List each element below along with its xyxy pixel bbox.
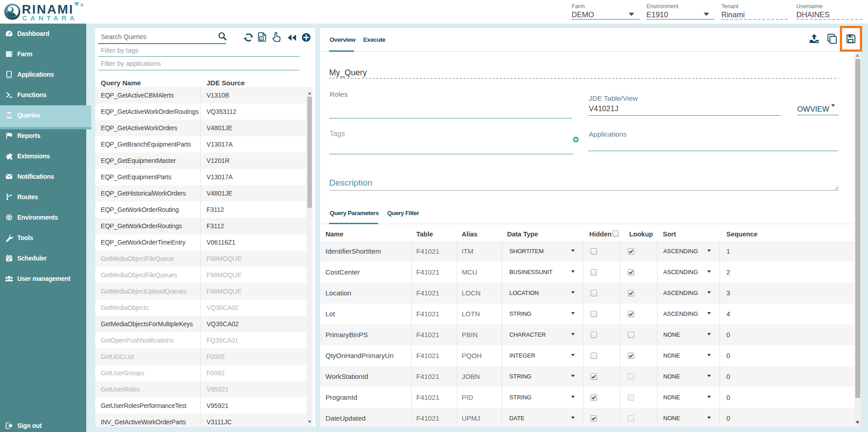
svg-text:x: x (261, 36, 263, 40)
